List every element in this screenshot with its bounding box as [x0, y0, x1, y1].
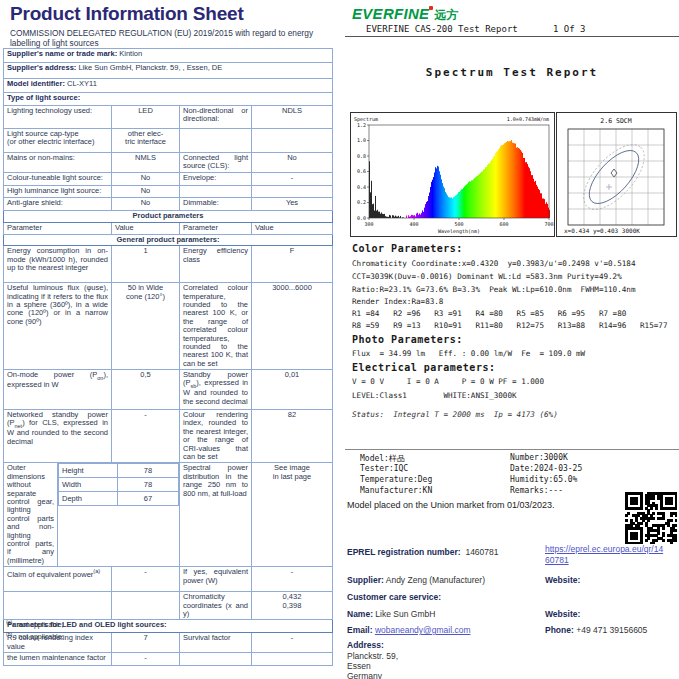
table-cell [252, 653, 333, 666]
cie-labels: 2.6 SDCM [600, 117, 631, 125]
table-cell: Survival factor [180, 633, 252, 653]
svg-text:0.4: 0.4 [357, 184, 366, 190]
electrical-line-1: V = 0 V I = 0 A P = 0 W PF = 1.000 [352, 377, 544, 386]
address-label-row: Address: [347, 640, 384, 650]
table-cell: Outer dimensions without separate contro… [4, 463, 58, 567]
svg-text:0.2: 0.2 [357, 199, 366, 205]
email-row: Email: wobaneandy@gmail.com [347, 625, 470, 635]
table-row: General product parameters: [4, 234, 333, 245]
table-cell: Height78Width78Depth67 [58, 463, 180, 567]
footnote-b: (b)-: not applicable; [6, 631, 64, 640]
website-label-1: Website: [545, 575, 580, 585]
table-cell: 7 [112, 633, 180, 653]
dimensions-subtable: Height78Width78Depth67 [58, 463, 179, 506]
page-root: Product Information Sheet COMMISSION DEL… [0, 0, 679, 679]
table-cell: NDLS [252, 106, 333, 129]
table-cell: - [252, 172, 333, 185]
svg-text:1.2: 1.2 [357, 122, 366, 128]
electrical-line-2: LEVEL:Class1 WHITE:ANSI_3000K [352, 391, 517, 400]
table-row: Chromaticity coordinates (x and y)0,4320… [4, 592, 333, 620]
info-number: Number:3000K [510, 453, 568, 462]
table-cell: Depth [59, 492, 118, 506]
table-row: Model identifier: CL-XY11 [4, 79, 333, 93]
table-row: Energy consumption in on-mode (kWh/1000 … [4, 246, 333, 283]
table-row: Anti-glare shield:NoDimmable:Yes [4, 197, 333, 210]
table-row: Useful luminous flux (φuse), indicating … [4, 283, 333, 370]
email-link[interactable]: wobaneandy@gmail.com [375, 625, 471, 635]
table-cell: Spectral power distribution in the range… [180, 463, 252, 567]
email-label: Email: [347, 625, 373, 635]
table-cell: Energy consumption in on-mode (kWh/1000 … [4, 246, 112, 283]
eprel-link-line-1[interactable]: https://eprel.ec.europa.eu/qr/14 [545, 544, 663, 554]
table-cell: Model identifier: CL-XY11 [4, 79, 333, 93]
table-row: Supplier's name or trade mark: Kintion [4, 49, 333, 63]
table-cell: High luminance light source: [4, 185, 112, 197]
svg-text:600: 600 [499, 221, 508, 227]
name-label: Name: [347, 609, 373, 619]
supplier-label: Supplier: [347, 575, 384, 585]
svg-text:0.8: 0.8 [357, 153, 366, 159]
table-cell: F [252, 246, 333, 283]
table-cell: - [112, 653, 180, 666]
table-cell: Correlated colour temperature, rounded t… [180, 283, 252, 370]
table-cell: Dimmable: [180, 197, 252, 210]
svg-text:0.0: 0.0 [357, 215, 366, 221]
table-cell: Width [59, 478, 118, 492]
cri-line-2: R8 =59 R9 =13 R10=91 R11=80 R12=75 R13=8… [352, 321, 667, 330]
address-line: Planckstr. 59, [347, 651, 398, 661]
table-row: Height78 [59, 464, 179, 478]
table-row: Outer dimensions without separate contro… [4, 463, 333, 567]
table-cell: other elec-tric interface [112, 129, 180, 153]
eprel-link-line-2[interactable]: 60781 [545, 555, 569, 565]
table-row: Networked standby power (Pnet) for CLS, … [4, 410, 333, 463]
table-cell: Value [252, 222, 333, 234]
website-row-2: Website: [545, 609, 580, 619]
spectrum-bars [369, 140, 550, 218]
table-cell [180, 653, 252, 666]
table-cell: 78 [118, 478, 179, 492]
everfine-logo-text: EVERFINE [352, 5, 429, 22]
name-row: Name: Like Sun GmbH [347, 609, 435, 619]
table-cell: Energy efficiency class [180, 246, 252, 283]
info-temperature: Temperature:Deg [360, 475, 432, 484]
cri-line-1: R1 =84 R2 =96 R3 =91 R4 =80 R5 =85 R6 =9… [352, 309, 626, 318]
customer-care-heading: Customer care service: [347, 592, 441, 602]
address-line: Germany [347, 671, 382, 679]
table-row: Light source cap-type(or other electric … [4, 129, 333, 153]
svg-text:700: 700 [544, 221, 553, 227]
table-cell: Yes [252, 197, 333, 210]
header-rule [345, 36, 679, 37]
table-cell: Colour-tuneable light source: [4, 172, 112, 185]
cie-chromaticity-chart: 2.6 SDCMx=0.434 y=0.403 3000K [556, 112, 677, 237]
table-row: ParameterValueParameterValue [4, 222, 333, 234]
supplier-value: Andy Zeng (Manufacturer) [386, 575, 485, 585]
eprel-number: 1460781 [465, 547, 498, 557]
table-cell: No [112, 172, 180, 185]
table-row: High luminance light source:No [4, 185, 333, 197]
everfine-logo-cjk: 远方 [434, 8, 458, 22]
table-cell: Connected light source (CLS): [180, 153, 252, 173]
sdcm-title: 2.6 SDCM [600, 117, 631, 125]
table-cell: General product parameters: [4, 234, 333, 245]
color-line: Chromaticity Coordinate:x=0.4320 y=0.398… [352, 259, 635, 268]
eprel-registration: EPREL registration number: 1460781 [347, 547, 499, 557]
info-remarks: Remarks:--- [510, 486, 563, 495]
table-row: Lighting technology used:LEDNon-directio… [4, 106, 333, 129]
table-cell [4, 592, 112, 620]
photo-parameters-heading: Photo Parameters: [352, 334, 463, 345]
website-label-2: Website: [545, 609, 580, 619]
table-cell: No [112, 185, 180, 197]
electrical-parameters-heading: Electrical parameters: [352, 362, 495, 373]
svg-text:0.6: 0.6 [357, 168, 366, 174]
table-cell: No [252, 153, 333, 173]
spectrum-svg: 0.00.20.40.60.81.01.2300400500600700Spec… [351, 113, 554, 236]
table-cell: On-mode power (Pon), expressed in W [4, 370, 112, 410]
table-cell [252, 185, 333, 197]
product-info-table: Supplier's name or trade mark: KintionSu… [3, 48, 333, 666]
table-cell: - [112, 567, 180, 592]
table-row: Claim of equivalent power(a)-If yes, equ… [4, 567, 333, 592]
table-cell: 0,4320,398 [252, 592, 333, 620]
table-row: Supplier's address: Like Sun GmbH, Planc… [4, 63, 333, 79]
info-manufacturer: Manufacturer:KN [360, 486, 432, 495]
table-cell: Anti-glare shield: [4, 197, 112, 210]
